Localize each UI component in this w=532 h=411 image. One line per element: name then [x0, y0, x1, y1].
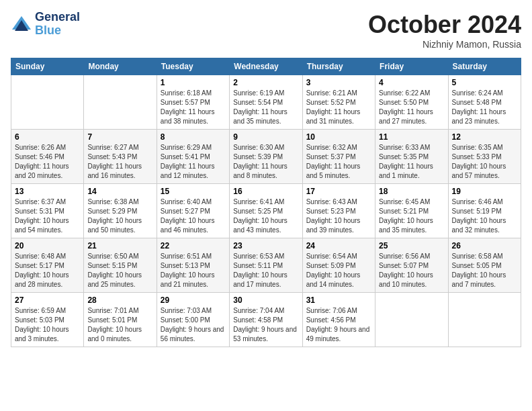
calendar-cell: 19Sunrise: 6:46 AMSunset: 5:19 PMDayligh… — [448, 184, 521, 238]
calendar-cell: 13Sunrise: 6:37 AMSunset: 5:31 PMDayligh… — [11, 184, 84, 238]
day-info: Sunrise: 6:29 AMSunset: 5:41 PMDaylight:… — [161, 143, 226, 181]
day-number: 15 — [161, 187, 226, 196]
calendar-cell: 3Sunrise: 6:21 AMSunset: 5:52 PMDaylight… — [302, 75, 375, 130]
weekday-header-thursday: Thursday — [302, 58, 375, 75]
day-info: Sunrise: 6:26 AMSunset: 5:46 PMDaylight:… — [15, 143, 80, 181]
day-info: Sunrise: 6:33 AMSunset: 5:35 PMDaylight:… — [379, 143, 444, 181]
day-info: Sunrise: 6:22 AMSunset: 5:50 PMDaylight:… — [379, 89, 444, 126]
day-number: 5 — [452, 78, 517, 87]
calendar-cell: 15Sunrise: 6:40 AMSunset: 5:27 PMDayligh… — [157, 184, 229, 238]
day-info: Sunrise: 6:21 AMSunset: 5:52 PMDaylight:… — [306, 89, 371, 126]
calendar-cell: 2Sunrise: 6:19 AMSunset: 5:54 PMDaylight… — [230, 75, 302, 130]
calendar-cell: 8Sunrise: 6:29 AMSunset: 5:41 PMDaylight… — [157, 130, 229, 184]
day-info: Sunrise: 6:41 AMSunset: 5:25 PMDaylight:… — [233, 197, 298, 235]
calendar-cell: 24Sunrise: 6:54 AMSunset: 5:09 PMDayligh… — [302, 238, 375, 293]
day-info: Sunrise: 6:35 AMSunset: 5:33 PMDaylight:… — [452, 143, 517, 181]
day-info: Sunrise: 6:48 AMSunset: 5:17 PMDaylight:… — [15, 252, 80, 289]
day-info: Sunrise: 7:01 AMSunset: 5:01 PMDaylight:… — [87, 306, 152, 344]
day-info: Sunrise: 6:54 AMSunset: 5:09 PMDaylight:… — [306, 252, 371, 289]
page-header: General Blue October 2024 Nizhniy Mamon,… — [11, 11, 521, 50]
calendar-header: SundayMondayTuesdayWednesdayThursdayFrid… — [11, 58, 521, 75]
day-info: Sunrise: 6:27 AMSunset: 5:43 PMDaylight:… — [87, 143, 152, 181]
day-info: Sunrise: 6:50 AMSunset: 5:15 PMDaylight:… — [87, 252, 152, 289]
day-number: 25 — [379, 241, 444, 250]
weekday-header-sunday: Sunday — [11, 58, 84, 75]
day-number: 21 — [87, 241, 152, 250]
calendar-cell — [11, 75, 84, 130]
calendar-cell: 12Sunrise: 6:35 AMSunset: 5:33 PMDayligh… — [448, 130, 521, 184]
calendar-cell: 30Sunrise: 7:04 AMSunset: 4:58 PMDayligh… — [230, 293, 302, 347]
calendar-cell: 6Sunrise: 6:26 AMSunset: 5:46 PMDaylight… — [11, 130, 84, 184]
day-number: 27 — [15, 295, 80, 305]
calendar-cell: 20Sunrise: 6:48 AMSunset: 5:17 PMDayligh… — [11, 238, 84, 293]
logo-text: General Blue — [35, 11, 80, 38]
day-number: 14 — [87, 187, 152, 196]
day-info: Sunrise: 7:03 AMSunset: 5:00 PMDaylight:… — [161, 306, 226, 344]
day-info: Sunrise: 7:04 AMSunset: 4:58 PMDaylight:… — [233, 306, 298, 344]
calendar-table: SundayMondayTuesdayWednesdayThursdayFrid… — [11, 58, 521, 347]
day-info: Sunrise: 6:38 AMSunset: 5:29 PMDaylight:… — [87, 197, 152, 235]
day-number: 7 — [87, 132, 152, 142]
day-number: 28 — [87, 295, 152, 305]
day-number: 6 — [15, 132, 80, 142]
day-number: 18 — [379, 187, 444, 196]
day-number: 23 — [233, 241, 298, 250]
day-info: Sunrise: 6:24 AMSunset: 5:48 PMDaylight:… — [452, 89, 517, 126]
weekday-header-tuesday: Tuesday — [157, 58, 229, 75]
day-number: 26 — [452, 241, 517, 250]
day-number: 17 — [306, 187, 371, 196]
day-info: Sunrise: 6:19 AMSunset: 5:54 PMDaylight:… — [233, 89, 298, 126]
calendar-cell: 25Sunrise: 6:56 AMSunset: 5:07 PMDayligh… — [375, 238, 448, 293]
calendar-cell: 11Sunrise: 6:33 AMSunset: 5:35 PMDayligh… — [375, 130, 448, 184]
weekday-header-monday: Monday — [84, 58, 157, 75]
day-info: Sunrise: 6:51 AMSunset: 5:13 PMDaylight:… — [161, 252, 226, 289]
calendar-cell: 28Sunrise: 7:01 AMSunset: 5:01 PMDayligh… — [84, 293, 157, 347]
calendar-cell: 10Sunrise: 6:32 AMSunset: 5:37 PMDayligh… — [302, 130, 375, 184]
day-info: Sunrise: 6:58 AMSunset: 5:05 PMDaylight:… — [452, 252, 517, 289]
day-number: 31 — [306, 295, 371, 305]
calendar-cell: 18Sunrise: 6:45 AMSunset: 5:21 PMDayligh… — [375, 184, 448, 238]
location-subtitle: Nizhniy Mamon, Russia — [368, 39, 521, 50]
calendar-cell — [448, 293, 521, 347]
calendar-cell: 1Sunrise: 6:18 AMSunset: 5:57 PMDaylight… — [157, 75, 229, 130]
calendar-cell: 4Sunrise: 6:22 AMSunset: 5:50 PMDaylight… — [375, 75, 448, 130]
calendar-cell: 5Sunrise: 6:24 AMSunset: 5:48 PMDaylight… — [448, 75, 521, 130]
day-number: 20 — [15, 241, 80, 250]
day-number: 9 — [233, 132, 298, 142]
day-info: Sunrise: 6:32 AMSunset: 5:37 PMDaylight:… — [306, 143, 371, 181]
weekday-header-wednesday: Wednesday — [230, 58, 302, 75]
calendar-cell — [84, 75, 157, 130]
calendar-cell: 16Sunrise: 6:41 AMSunset: 5:25 PMDayligh… — [230, 184, 302, 238]
day-info: Sunrise: 6:46 AMSunset: 5:19 PMDaylight:… — [452, 197, 517, 235]
day-number: 11 — [379, 132, 444, 142]
day-number: 4 — [379, 78, 444, 87]
day-number: 16 — [233, 187, 298, 196]
calendar-cell: 29Sunrise: 7:03 AMSunset: 5:00 PMDayligh… — [157, 293, 229, 347]
weekday-header-saturday: Saturday — [448, 58, 521, 75]
day-number: 19 — [452, 187, 517, 196]
day-info: Sunrise: 7:06 AMSunset: 4:56 PMDaylight:… — [306, 306, 371, 344]
calendar-cell — [375, 293, 448, 347]
day-number: 29 — [161, 295, 226, 305]
calendar-cell: 9Sunrise: 6:30 AMSunset: 5:39 PMDaylight… — [230, 130, 302, 184]
day-number: 30 — [233, 295, 298, 305]
day-number: 8 — [161, 132, 226, 142]
day-info: Sunrise: 6:43 AMSunset: 5:23 PMDaylight:… — [306, 197, 371, 235]
weekday-header-friday: Friday — [375, 58, 448, 75]
calendar-cell: 31Sunrise: 7:06 AMSunset: 4:56 PMDayligh… — [302, 293, 375, 347]
calendar-cell: 26Sunrise: 6:58 AMSunset: 5:05 PMDayligh… — [448, 238, 521, 293]
day-number: 12 — [452, 132, 517, 142]
day-number: 2 — [233, 78, 298, 87]
logo-icon — [11, 15, 32, 34]
logo: General Blue — [11, 11, 80, 38]
day-number: 10 — [306, 132, 371, 142]
day-info: Sunrise: 6:37 AMSunset: 5:31 PMDaylight:… — [15, 197, 80, 235]
day-number: 24 — [306, 241, 371, 250]
title-block: October 2024 Nizhniy Mamon, Russia — [368, 11, 521, 50]
calendar-cell: 22Sunrise: 6:51 AMSunset: 5:13 PMDayligh… — [157, 238, 229, 293]
day-info: Sunrise: 6:59 AMSunset: 5:03 PMDaylight:… — [15, 306, 80, 344]
calendar-cell: 27Sunrise: 6:59 AMSunset: 5:03 PMDayligh… — [11, 293, 84, 347]
calendar-cell: 17Sunrise: 6:43 AMSunset: 5:23 PMDayligh… — [302, 184, 375, 238]
day-info: Sunrise: 6:45 AMSunset: 5:21 PMDaylight:… — [379, 197, 444, 235]
day-number: 13 — [15, 187, 80, 196]
